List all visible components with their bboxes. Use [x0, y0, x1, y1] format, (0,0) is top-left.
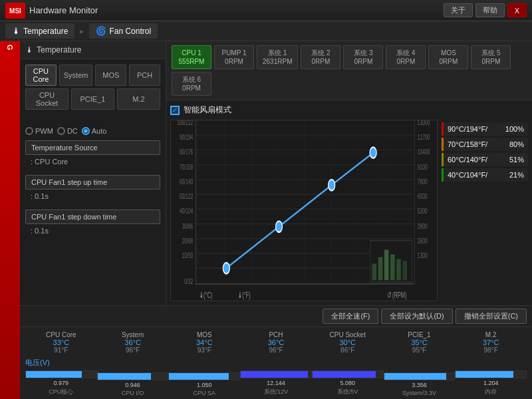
- tab-temperature-label: Temperature: [23, 27, 68, 36]
- close-button[interactable]: X: [507, 3, 527, 17]
- set-default-button[interactable]: 全部设为默认(D): [381, 309, 452, 324]
- fan-icon: 🌀: [96, 26, 106, 36]
- legend-pct-1: 100%: [505, 125, 524, 133]
- legend-temp-4: 40°C/104°F/: [448, 171, 505, 179]
- svg-text:11700: 11700: [418, 133, 430, 141]
- temp-m2-f: 98°F: [455, 346, 527, 354]
- fan-sys3[interactable]: 系统 30RPM: [343, 45, 383, 69]
- temp-cpu-core-c: 33°C: [25, 338, 97, 346]
- window-title: Hardware Monitor: [29, 5, 444, 15]
- voltage-section: 电压(V) 0.979 CPU核心 0.946 CPU: [20, 356, 532, 399]
- fan-sys6[interactable]: 系统 60RPM: [172, 72, 211, 96]
- smart-fan-area: ✓ 智能风扇模式: [166, 100, 532, 305]
- fan-sys2-label: 系统 20RPM: [307, 49, 334, 66]
- voltage-memory-value: 1.204: [483, 380, 499, 386]
- fan-sys4[interactable]: 系统 40RPM: [386, 45, 426, 69]
- legend-temp-1: 90°C/194°F/: [448, 125, 501, 133]
- temp-pcie1-f: 95°F: [384, 346, 456, 354]
- smart-fan-title: 智能风扇模式: [184, 104, 231, 116]
- revert-button[interactable]: 撤销全部设置(C): [456, 309, 527, 324]
- step-down-section: CPU Fan1 step down time : 0.1s: [20, 209, 166, 244]
- fan-sys6-label: 系统 60RPM: [178, 75, 205, 92]
- bottom-bar: 全部全速(F) 全部设为默认(D) 撤销全部设置(C) CPU Core 33°…: [20, 305, 532, 399]
- radio-dc[interactable]: DC: [57, 127, 78, 135]
- step-up-button[interactable]: CPU Fan1 step up time: [25, 175, 160, 190]
- svg-text:0/32: 0/32: [184, 277, 193, 285]
- temp-panel-header: 🌡 Temperature: [20, 41, 166, 59]
- sensor-system[interactable]: System: [59, 65, 93, 86]
- title-bar: MSI Hardware Monitor 关于 帮助 X: [0, 0, 532, 21]
- fan-sys5-label: 系统 50RPM: [477, 49, 505, 66]
- voltage-cpu-io-name: CPU I/O: [122, 390, 144, 396]
- temp-source-button[interactable]: Temperature Source: [25, 140, 160, 155]
- radio-pwm-circle: [25, 127, 33, 135]
- temp-source-value: : CPU Core: [25, 156, 160, 170]
- sensor-mos[interactable]: MOS: [95, 65, 126, 86]
- svg-text:↺ (RPM): ↺ (RPM): [387, 291, 407, 299]
- help-button[interactable]: 帮助: [475, 3, 505, 17]
- fan-mos[interactable]: MOS0RPM: [428, 45, 468, 69]
- voltage-cpu-core-bar: [25, 370, 97, 378]
- voltage-memory-bar: [455, 370, 527, 378]
- tab-temperature[interactable]: 🌡 Temperature: [5, 23, 74, 39]
- sensor-cpu-socket[interactable]: CPU Socket: [25, 88, 68, 110]
- svg-text:50/122: 50/122: [180, 192, 193, 200]
- voltage-sys5v-name: 系统/5V: [337, 388, 358, 396]
- voltage-cpu-io-value: 0.946: [125, 382, 140, 388]
- legend-pct-4: 21%: [509, 171, 524, 179]
- voltage-sys12v-bar: [240, 370, 312, 378]
- sensor-m2[interactable]: M.2: [117, 88, 160, 110]
- fan-cpu1-label: CPU 1555RPM: [178, 49, 205, 66]
- svg-text:30/86: 30/86: [182, 222, 194, 230]
- temp-pch-f: 96°F: [240, 346, 312, 354]
- tab-fan-control[interactable]: 🌀 Fan Control: [89, 23, 158, 39]
- sensor-row-2: CPU Socket PCIE_1 M.2: [25, 88, 160, 110]
- step-down-button[interactable]: CPU Fan1 step down time: [25, 209, 160, 224]
- radio-group: PWM DC Auto: [20, 122, 166, 140]
- curve-point-1: [223, 263, 229, 274]
- sensor-pcie1[interactable]: PCIE_1: [71, 88, 114, 110]
- voltage-memory-name: 内存: [485, 388, 497, 396]
- svg-text:70/158: 70/158: [180, 163, 193, 171]
- step-up-value: : 0.1s: [25, 191, 160, 204]
- sensor-row-1: CPU Core System MOS PCH: [25, 65, 160, 86]
- legend-temp-2: 70°C/158°F/: [448, 140, 505, 148]
- svg-text:MSI: MSI: [9, 7, 21, 15]
- svg-text:3900: 3900: [418, 222, 428, 230]
- tab-fan-label: Fan Control: [109, 27, 151, 36]
- smart-fan-checkbox[interactable]: ✓: [170, 106, 180, 115]
- svg-text:80/176: 80/176: [180, 148, 193, 156]
- tab-separator: ▸: [80, 27, 84, 36]
- radio-auto-circle: [82, 127, 90, 135]
- temp-pcie1: PCIE_1 35°C 95°F: [384, 331, 456, 354]
- voltage-cpu-sa-name: CPU SA: [194, 390, 216, 396]
- legend-item-3: 60°C/140°F/ 51%: [442, 153, 528, 166]
- voltage-title[interactable]: 电压(V): [25, 358, 527, 368]
- svg-rect-41: [390, 255, 395, 281]
- legend-temp-3: 60°C/140°F/: [448, 156, 505, 164]
- temp-cpu-core-f: 91°F: [25, 346, 97, 354]
- sensor-cpu-core[interactable]: CPU Core: [25, 65, 57, 86]
- fan-mos-label: MOS0RPM: [434, 49, 462, 66]
- full-speed-button[interactable]: 全部全速(F): [323, 309, 378, 324]
- voltage-sys33v-fill: [384, 373, 446, 380]
- svg-text:13000: 13000: [418, 120, 430, 126]
- sensor-pch[interactable]: PCH: [129, 65, 160, 86]
- fan-cpu1[interactable]: CPU 1555RPM: [172, 45, 211, 69]
- fan-sys5[interactable]: 系统 50RPM: [471, 45, 511, 69]
- fan-sys1[interactable]: 系统 12631RPM: [257, 45, 298, 69]
- voltage-cpu-sa-bar: [168, 372, 240, 380]
- svg-rect-40: [384, 250, 389, 281]
- radio-auto[interactable]: Auto: [82, 127, 107, 135]
- svg-rect-38: [372, 263, 377, 280]
- voltage-cpu-sa-value: 1.050: [197, 382, 212, 388]
- temp-pch: PCH 36°C 96°F: [240, 331, 312, 354]
- temp-system-c: 36°C: [97, 338, 169, 346]
- voltage-cpu-sa-fill: [169, 373, 229, 380]
- radio-pwm[interactable]: PWM: [25, 127, 53, 135]
- voltage-bars: 0.979 CPU核心 0.946 CPU I/O: [25, 370, 527, 396]
- about-button[interactable]: 关于: [444, 3, 473, 17]
- svg-rect-43: [402, 261, 407, 280]
- fan-pump1[interactable]: PUMP 10RPM: [214, 45, 254, 69]
- fan-sys2[interactable]: 系统 20RPM: [301, 45, 340, 69]
